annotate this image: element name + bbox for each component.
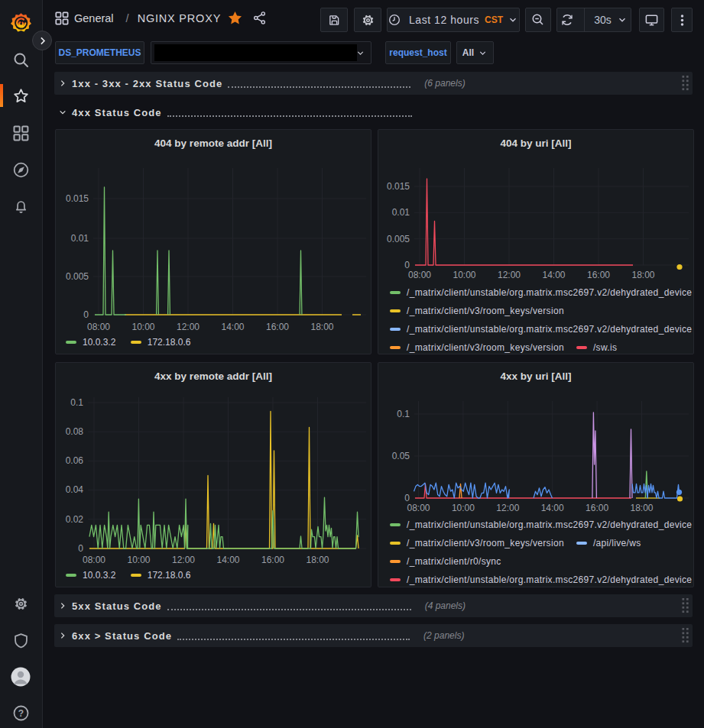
svg-text:18:00: 18:00 [306,555,329,565]
svg-text:0.015: 0.015 [387,181,410,192]
svg-text:0.02: 0.02 [66,514,84,525]
svg-text:08:00: 08:00 [408,270,431,280]
svg-text:16:00: 16:00 [587,270,610,280]
svg-text:0: 0 [78,543,83,554]
svg-text:10:00: 10:00 [452,503,475,513]
svg-text:14:00: 14:00 [542,270,565,280]
svg-text:12:00: 12:00 [496,503,519,513]
svg-text:10:00: 10:00 [131,322,154,332]
svg-text:0.06: 0.06 [66,455,84,466]
svg-text:0.005: 0.005 [66,271,89,282]
svg-text:08:00: 08:00 [407,503,430,513]
svg-text:0: 0 [404,260,410,270]
svg-text:10:00: 10:00 [453,270,475,280]
svg-text:0.1: 0.1 [70,397,83,408]
svg-text:16:00: 16:00 [261,555,284,565]
svg-text:18:00: 18:00 [630,503,653,513]
svg-text:?: ? [18,708,24,719]
svg-text:0.01: 0.01 [71,233,89,244]
svg-text:12:00: 12:00 [498,270,521,280]
svg-text:12:00: 12:00 [172,555,195,565]
svg-text:12:00: 12:00 [177,322,200,332]
svg-text:0: 0 [83,309,89,320]
svg-text:16:00: 16:00 [266,322,289,332]
svg-text:0.05: 0.05 [392,451,410,461]
svg-text:0.1: 0.1 [397,409,410,419]
svg-text:0.005: 0.005 [387,234,410,244]
svg-text:14:00: 14:00 [541,503,564,513]
svg-text:0.01: 0.01 [392,207,410,218]
svg-text:14:00: 14:00 [221,322,244,332]
svg-text:10:00: 10:00 [127,555,150,565]
svg-text:18:00: 18:00 [310,322,333,332]
svg-text:0.08: 0.08 [66,426,84,437]
svg-text:08:00: 08:00 [87,322,110,332]
svg-text:08:00: 08:00 [83,555,105,565]
svg-text:16:00: 16:00 [586,503,608,513]
svg-text:0: 0 [404,493,410,503]
svg-text:14:00: 14:00 [216,555,239,565]
svg-text:0.04: 0.04 [66,484,84,495]
svg-text:0.015: 0.015 [66,193,89,204]
svg-text:18:00: 18:00 [631,270,654,280]
